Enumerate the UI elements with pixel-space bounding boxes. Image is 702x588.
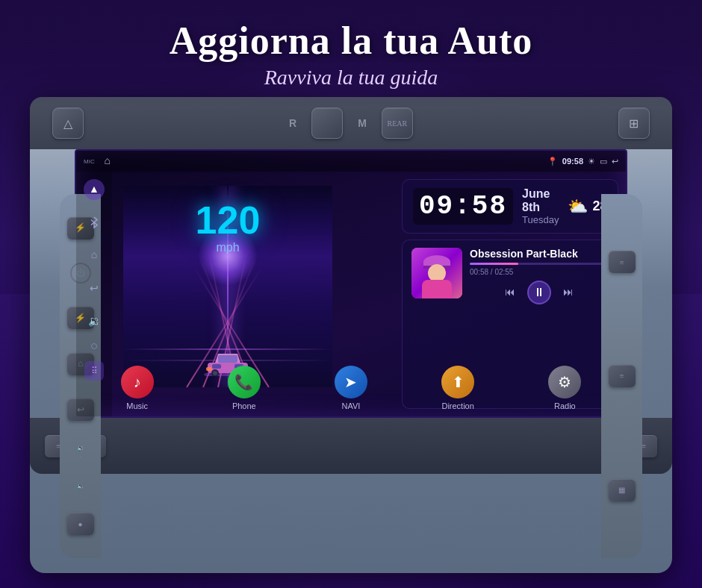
app-navi-icon: ➤ (335, 366, 367, 398)
clock-date: June 8th (522, 187, 559, 214)
dash-center-controls: R M REAR (289, 107, 413, 139)
album-body (422, 280, 452, 298)
brightness-icon[interactable]: ☀ (588, 157, 595, 166)
back-icon[interactable]: ↩ (612, 157, 618, 166)
dash-btn-triangle[interactable]: △ (52, 107, 84, 139)
speed-number: 120 (196, 201, 261, 240)
app-direction-label: Direction (441, 401, 473, 410)
battery-icon: ▭ (600, 157, 607, 166)
right-side-panel: ≡ ≡ ▦ (601, 194, 642, 558)
music-time: 00:58 / 02:55 (470, 268, 609, 276)
album-person-art (411, 248, 462, 298)
home-icon[interactable]: ⌂ (101, 154, 114, 168)
status-bar: MIC ⌂ 📍 09:58 ☀ ▭ ↩ (76, 151, 626, 172)
music-progress-fill (470, 263, 518, 265)
left-btn-dot[interactable]: ● (67, 513, 94, 535)
app-phone-label: Phone (232, 401, 256, 410)
music-progress-bar[interactable] (470, 263, 609, 265)
dash-btn-rear[interactable]: REAR (382, 107, 413, 139)
mic-label: MIC (84, 158, 95, 165)
dash-btn-center1[interactable] (311, 107, 343, 139)
music-details: Obsession Part-Black 00:58 / 02:55 ⏮ ⏸ (470, 248, 609, 304)
page-subtitle: Ravviva la tua guida (264, 66, 438, 90)
music-title: Obsession Part-Black (470, 248, 609, 260)
music-controls: ⏮ ⏸ ⏭ (470, 281, 609, 304)
app-music-icon: ♪ (121, 366, 154, 398)
location-icon: 📍 (547, 157, 558, 166)
main-screen: MIC ⌂ 📍 09:58 ☀ ▭ ↩ ▲ ⌂ ↩ 🔉 ⠿ (75, 149, 627, 418)
clock-info: June 8th Tuesday (522, 187, 559, 225)
app-phone-icon: 📞 (228, 366, 261, 398)
speed-unit: mph (196, 241, 261, 254)
clock-widget: 09:58 June 8th Tuesday ⛅ 28° (402, 179, 618, 234)
music-content: Obsession Part-Black 00:58 / 02:55 ⏮ ⏸ (411, 248, 609, 304)
svg-rect-4 (218, 355, 237, 363)
play-pause-button[interactable]: ⏸ (527, 281, 551, 304)
speed-overlay: 120 mph (196, 201, 261, 254)
app-navi-label: NAVI (342, 401, 361, 410)
header-section: Aggiorna la tua Auto Ravviva la tua guid… (0, 0, 702, 108)
app-radio-icon: ⚙ (548, 366, 581, 398)
prev-button[interactable]: ⏮ (505, 287, 515, 298)
home-sidebar-icon[interactable]: ⌂ (84, 245, 105, 266)
screen-sidebar: ▲ ⌂ ↩ 🔉 ⠿ (76, 172, 112, 416)
dash-btn-grid[interactable]: ⊞ (618, 107, 650, 139)
app-radio-label: Radio (554, 401, 576, 410)
right-btn-1[interactable]: ≡ (609, 251, 636, 273)
rear-icon: REAR (388, 119, 408, 128)
dash-bottom-bar: ≡ ↕ ≡ (30, 418, 672, 474)
volume-down-icon[interactable]: 🔉 (84, 310, 105, 331)
dash-label-m: M (358, 117, 367, 129)
back-sidebar-icon[interactable]: ↩ (84, 278, 105, 298)
app-music[interactable]: ♪ Music (121, 366, 154, 410)
app-direction-icon: ⬆ (441, 366, 474, 398)
status-left: MIC ⌂ (84, 154, 114, 168)
right-btn-2[interactable]: ≡ (609, 365, 636, 387)
nav-icon[interactable]: ▲ (84, 179, 105, 200)
bluetooth-icon[interactable] (84, 212, 105, 233)
apps-icon[interactable]: ⠿ (84, 361, 104, 381)
app-phone[interactable]: 📞 Phone (228, 366, 261, 410)
album-art (411, 248, 462, 298)
status-right: 📍 09:58 ☀ ▭ ↩ (547, 157, 618, 166)
vol-down-indicator: 🔉 - (77, 445, 84, 460)
dash-label-r: R (289, 117, 296, 129)
app-music-label: Music (126, 401, 148, 410)
clock-day: Tuesday (522, 214, 559, 225)
page-title: Aggiorna la tua Auto (170, 19, 533, 63)
app-navi[interactable]: ➤ NAVI (335, 366, 367, 410)
dot-icon (91, 343, 97, 349)
clock-time: 09:58 (413, 188, 513, 225)
next-button[interactable]: ⏭ (563, 287, 574, 298)
weather-icon: ⛅ (568, 197, 588, 216)
status-time: 09:58 (562, 157, 583, 166)
apps-row: ♪ Music 📞 Phone ➤ NAVI ⬆ Direction ⚙ Rad… (76, 366, 626, 410)
app-direction[interactable]: ⬆ Direction (441, 366, 474, 410)
app-radio[interactable]: ⚙ Radio (548, 366, 581, 410)
dashboard-frame: △ R M REAR ⊞ MIC ⌂ 📍 09:58 ☀ ▭ ↩ (30, 97, 672, 573)
vol-indicator: 🔈 (77, 483, 84, 490)
right-btn-3[interactable]: ▦ (609, 479, 636, 501)
